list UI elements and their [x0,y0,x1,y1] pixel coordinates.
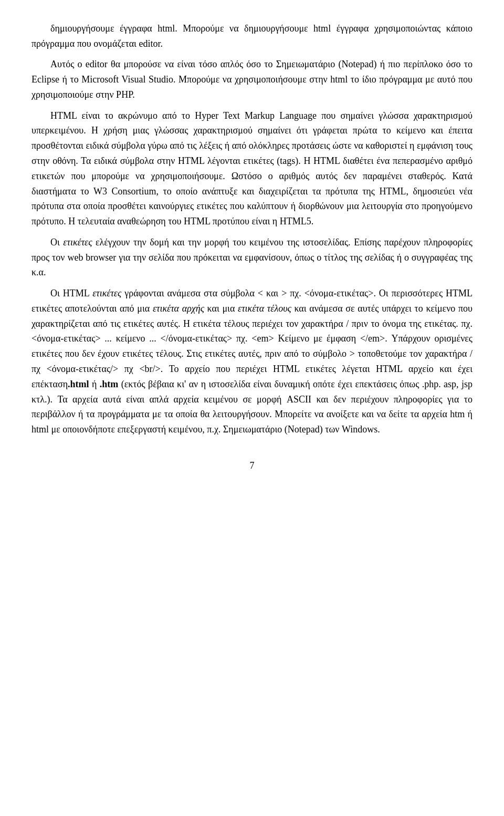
italic-text-3: ετικέτα αρχής [153,303,204,314]
italic-text-4: ετικέτα τέλους [238,303,291,314]
bold-htm: .htm [100,379,119,389]
paragraph-1: δημιουργήσουμε έγγραφα html. Μπορούμε να… [32,21,472,51]
paragraph-3: HTML είναι το ακρώνυμο από το Hyper Text… [32,108,472,229]
paragraph-4: Οι ετικέτες ελέγχουν την δομή και την μο… [32,235,472,280]
paragraph-2: Αυτός ο editor θα μπορούσε να είναι τόσο… [32,57,472,102]
bold-html: .html [68,379,89,389]
paragraph-5: Οι HTML ετικέτες γράφονται ανάμεσα στα σ… [32,286,472,437]
italic-text-2: ετικέτες [92,288,121,298]
page-number: 7 [32,458,472,473]
italic-text-1: ετικέτες [63,237,92,247]
page: δημιουργήσουμε έγγραφα html. Μπορούμε να… [0,0,504,816]
main-content: δημιουργήσουμε έγγραφα html. Μπορούμε να… [32,21,472,437]
